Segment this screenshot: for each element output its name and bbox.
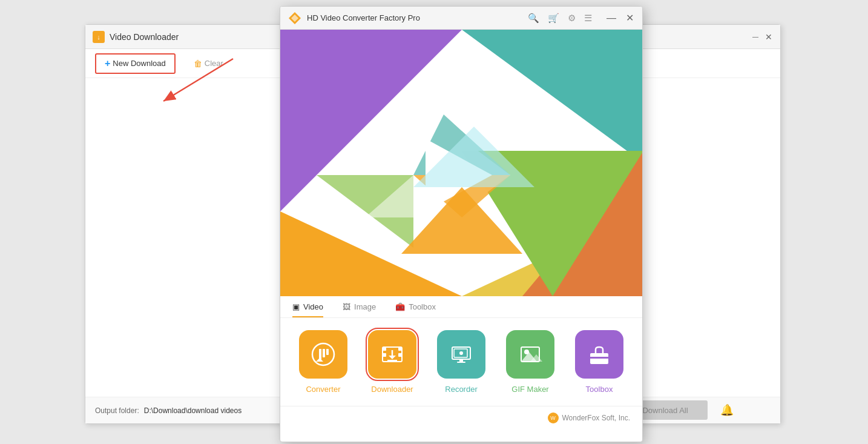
svg-rect-27 — [398, 353, 402, 357]
svg-rect-35 — [457, 362, 465, 363]
recorder-label: Recorder — [445, 385, 477, 394]
wonderfox-branding: W WonderFox Soft, Inc. — [548, 413, 631, 423]
bg-window-title: Video Downloader — [110, 32, 179, 42]
feature-toolbox[interactable]: Toolbox — [569, 330, 630, 394]
fg-close-button[interactable]: ✕ — [625, 12, 635, 24]
toolbox-icon — [587, 342, 611, 366]
hd-video-converter-window: HD Video Converter Factory Pro 🔍 🛒 ⚙ ☰ —… — [280, 6, 643, 442]
wonderfox-brand-text: WonderFox Soft, Inc. — [562, 414, 631, 422]
menu-icon[interactable]: ☰ — [584, 13, 592, 24]
bg-win-controls: — ✕ — [751, 33, 773, 41]
gif-maker-label: GIF Maker — [511, 385, 548, 394]
video-tab-label: Video — [303, 302, 323, 311]
svg-marker-22 — [316, 358, 323, 362]
svg-marker-29 — [389, 356, 396, 359]
toolbox-tab-label: Toolbox — [409, 302, 436, 311]
svg-rect-41 — [590, 357, 608, 359]
svg-rect-24 — [383, 347, 386, 351]
features-grid: Converter Downloader — [280, 318, 642, 406]
hero-banner — [280, 30, 642, 296]
converter-label: Converter — [306, 385, 340, 394]
gif-maker-icon — [518, 342, 542, 366]
svg-rect-21 — [326, 349, 329, 355]
tab-video[interactable]: ▣ Video — [292, 302, 323, 317]
recorder-icon — [449, 342, 473, 366]
feature-converter[interactable]: Converter — [293, 330, 353, 394]
feature-gif-maker[interactable]: GIF Maker — [500, 330, 561, 394]
search-icon[interactable]: 🔍 — [528, 13, 539, 24]
app-logo — [288, 11, 302, 25]
bg-title-left: ↓ Video Downloader — [93, 31, 179, 43]
downloader-icon — [380, 342, 404, 366]
hero-graphic — [280, 30, 642, 296]
svg-rect-26 — [398, 347, 402, 351]
bg-minimize-button[interactable]: — — [751, 33, 760, 41]
fg-window-title: HD Video Converter Factory Pro — [307, 13, 420, 22]
clear-label: Clear — [205, 59, 223, 68]
wonderfox-icon: W — [548, 413, 559, 423]
downloader-label: Downloader — [371, 385, 413, 394]
gif-maker-icon-wrap — [506, 330, 554, 379]
toolbox-tab-icon: 🧰 — [395, 302, 405, 311]
toolbox-icon-wrap — [575, 330, 623, 379]
nav-tabs: ▣ Video 🖼 Image 🧰 Toolbox — [280, 296, 642, 318]
feature-downloader[interactable]: Downloader — [362, 330, 422, 394]
fg-titlebar: HD Video Converter Factory Pro 🔍 🛒 ⚙ ☰ —… — [280, 7, 642, 30]
tab-image[interactable]: 🖼 Image — [343, 302, 376, 317]
fg-title-left: HD Video Converter Factory Pro — [288, 11, 420, 25]
alarm-icon-button[interactable]: 🔔 — [716, 400, 738, 420]
svg-rect-19 — [319, 349, 321, 360]
cart-icon[interactable]: 🛒 — [548, 13, 559, 24]
fg-footer: W WonderFox Soft, Inc. — [280, 406, 642, 429]
image-tab-icon: 🖼 — [343, 302, 350, 311]
svg-point-33 — [459, 351, 463, 355]
tab-toolbox[interactable]: 🧰 Toolbox — [395, 302, 436, 317]
recorder-icon-wrap — [437, 330, 485, 379]
feature-recorder[interactable]: Recorder — [431, 330, 492, 394]
new-download-plus-icon: + — [105, 58, 110, 69]
fg-win-controls: — ✕ — [605, 12, 635, 24]
settings-icon[interactable]: ⚙ — [568, 13, 576, 24]
trash-icon: 🗑 — [194, 59, 202, 68]
converter-icon — [311, 342, 335, 366]
downloader-icon-wrap — [368, 330, 416, 379]
toolbox-label: Toolbox — [586, 385, 613, 394]
video-tab-icon: ▣ — [292, 302, 300, 311]
svg-rect-25 — [383, 353, 386, 357]
svg-rect-20 — [323, 349, 325, 357]
clear-button[interactable]: 🗑 Clear — [185, 55, 232, 72]
bg-close-button[interactable]: ✕ — [764, 33, 773, 41]
converter-icon-wrap — [299, 330, 347, 379]
fg-minimize-button[interactable]: — — [605, 13, 617, 24]
new-download-label: New Download — [113, 59, 165, 68]
output-folder-path: D:\Download\download videos — [144, 406, 242, 415]
output-folder-label: Output folder: — [95, 406, 139, 415]
video-downloader-icon: ↓ — [93, 31, 105, 43]
new-download-button[interactable]: + New Download — [95, 53, 176, 74]
image-tab-label: Image — [354, 302, 376, 311]
svg-rect-34 — [459, 359, 463, 362]
